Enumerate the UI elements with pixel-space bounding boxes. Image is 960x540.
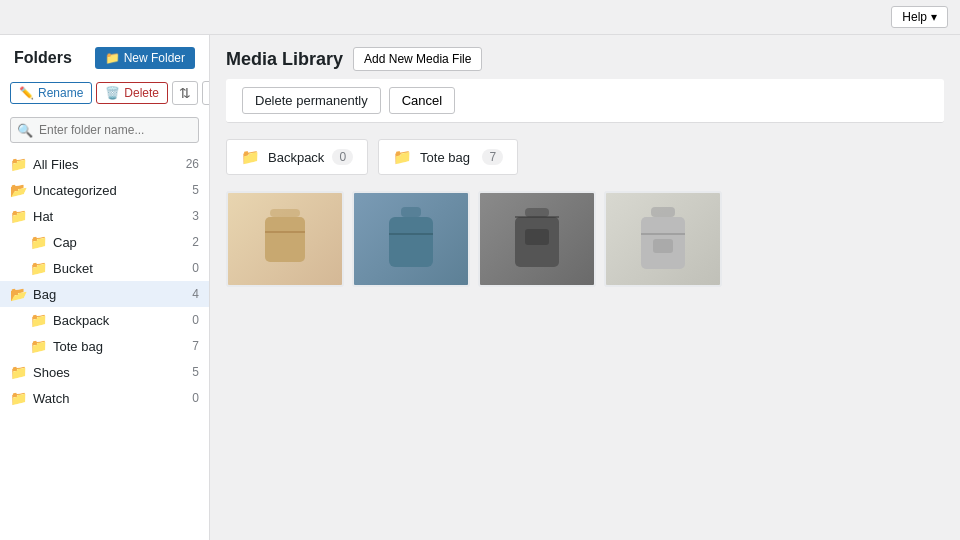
subfolder-tote-bag-label: Tote bag <box>420 150 470 165</box>
media-item-bag-3[interactable] <box>478 191 596 287</box>
svg-rect-13 <box>653 239 673 253</box>
svg-rect-8 <box>525 229 549 245</box>
rename-button[interactable]: ✏️ Rename <box>10 82 92 104</box>
sidebar-item-hat[interactable]: 📁 Hat 3 <box>0 203 209 229</box>
subfolder-backpack-count: 0 <box>332 149 353 165</box>
search-box: 🔍 <box>10 117 199 143</box>
subfolder-tote-bag[interactable]: 📁 Tote bag 7 <box>378 139 518 175</box>
folder-icon: 📁 <box>10 208 27 224</box>
sidebar-title: Folders <box>14 49 72 67</box>
folder-icon: 📁 <box>393 148 412 166</box>
search-input[interactable] <box>10 117 199 143</box>
bag-subitems: 📁 Backpack 0 📁 Tote bag 7 <box>0 307 209 359</box>
cancel-button[interactable]: Cancel <box>389 87 455 114</box>
bag-svg-2 <box>381 204 441 274</box>
folder-icon: 📁 <box>30 338 47 354</box>
folder-icon: 📂 <box>10 182 27 198</box>
help-label: Help <box>902 10 927 24</box>
media-grid <box>210 183 960 295</box>
sidebar-item-cap[interactable]: 📁 Cap 2 <box>20 229 209 255</box>
folder-icon: 📁 <box>241 148 260 166</box>
sidebar-item-backpack[interactable]: 📁 Backpack 0 <box>20 307 209 333</box>
media-item-bag-2[interactable] <box>352 191 470 287</box>
sort-button[interactable]: ⇅ <box>172 81 198 105</box>
search-icon: 🔍 <box>17 123 33 138</box>
more-options-button[interactable]: ⋯ <box>202 81 210 105</box>
sidebar-item-tote-bag[interactable]: 📁 Tote bag 7 <box>20 333 209 359</box>
delete-permanently-button[interactable]: Delete permanently <box>242 87 381 114</box>
subfolder-row: 📁 Backpack 0 📁 Tote bag 7 <box>210 131 960 183</box>
bag-svg-1 <box>255 204 315 274</box>
bag-image-blue <box>354 193 468 285</box>
sidebar-item-all-files[interactable]: 📁 All Files 26 <box>0 151 209 177</box>
trash-icon: 🗑️ <box>105 86 120 100</box>
folder-icon: 📁 <box>10 390 27 406</box>
top-bar: Help ▾ <box>0 0 960 35</box>
hat-subitems: 📁 Cap 2 📁 Bucket 0 <box>0 229 209 281</box>
add-media-button[interactable]: Add New Media File <box>353 47 482 71</box>
sidebar-item-bag[interactable]: 📂 Bag 4 <box>0 281 209 307</box>
folder-icon: 📁 <box>10 364 27 380</box>
bag-svg-4 <box>633 204 693 274</box>
folder-open-icon: 📂 <box>10 286 27 302</box>
svg-rect-1 <box>265 217 305 262</box>
folder-plus-icon: 📁 <box>105 51 120 65</box>
sidebar-item-shoes[interactable]: 📁 Shoes 5 <box>0 359 209 385</box>
sidebar-item-bucket[interactable]: 📁 Bucket 0 <box>20 255 209 281</box>
folder-icon: 📁 <box>30 260 47 276</box>
sort-icon: ⇅ <box>179 85 191 101</box>
main-layout: Folders 📁 New Folder ✏️ Rename 🗑️ Delete… <box>0 35 960 540</box>
sidebar-header: Folders 📁 New Folder <box>0 35 209 77</box>
rename-icon: ✏️ <box>19 86 34 100</box>
sidebar-item-uncategorized[interactable]: 📂 Uncategorized 5 <box>0 177 209 203</box>
sidebar-actions: ✏️ Rename 🗑️ Delete ⇅ ⋯ ‹ <box>0 77 209 113</box>
bag-svg-3 <box>507 204 567 274</box>
folder-icon: 📁 <box>30 312 47 328</box>
sidebar-item-watch[interactable]: 📁 Watch 0 <box>0 385 209 411</box>
folder-icon: 📁 <box>30 234 47 250</box>
svg-rect-10 <box>651 207 675 217</box>
media-item-bag-1[interactable] <box>226 191 344 287</box>
delete-button[interactable]: 🗑️ Delete <box>96 82 168 104</box>
bag-image-grey <box>480 193 594 285</box>
subfolder-tote-bag-count: 7 <box>482 149 503 165</box>
chevron-down-icon: ▾ <box>931 10 937 24</box>
content-header: Media Library Add New Media File <box>210 35 960 79</box>
svg-rect-6 <box>525 208 549 217</box>
subfolder-backpack[interactable]: 📁 Backpack 0 <box>226 139 368 175</box>
svg-rect-0 <box>270 209 300 217</box>
new-folder-button[interactable]: 📁 New Folder <box>95 47 195 69</box>
folder-list: 📁 All Files 26 📂 Uncategorized 5 📁 Hat 3… <box>0 151 209 540</box>
help-button[interactable]: Help ▾ <box>891 6 948 28</box>
content-area: Media Library Add New Media File Delete … <box>210 35 960 540</box>
svg-rect-4 <box>389 217 433 267</box>
action-bar: Delete permanently Cancel <box>226 79 944 123</box>
bag-image-white <box>606 193 720 285</box>
media-item-bag-4[interactable] <box>604 191 722 287</box>
bag-image-beige <box>228 193 342 285</box>
subfolder-backpack-label: Backpack <box>268 150 324 165</box>
sidebar: Folders 📁 New Folder ✏️ Rename 🗑️ Delete… <box>0 35 210 540</box>
svg-rect-3 <box>401 207 421 217</box>
folder-icon: 📁 <box>10 156 27 172</box>
page-title: Media Library <box>226 49 343 70</box>
